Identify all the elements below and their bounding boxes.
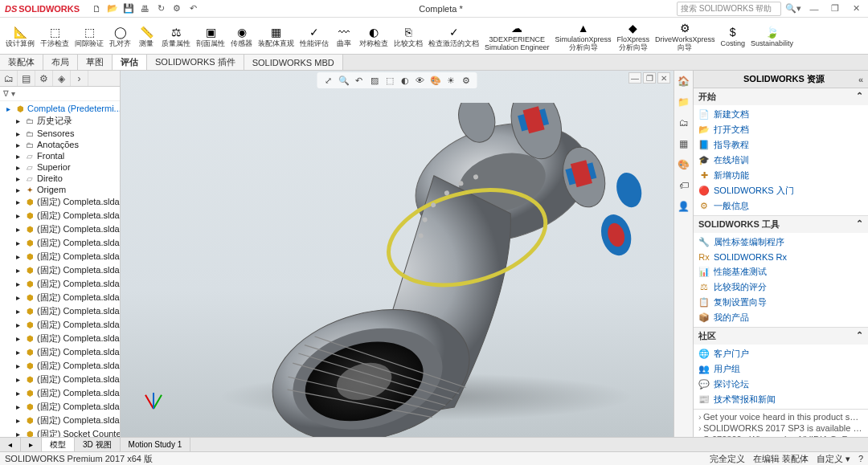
btab-Motion Study 1[interactable]: Motion Study 1 — [121, 438, 191, 451]
view-palette-tab-icon[interactable]: ▦ — [677, 137, 691, 151]
options-icon[interactable]: ⚙ — [171, 3, 182, 14]
vp-close-icon[interactable]: ✕ — [657, 72, 670, 84]
tab-装配体[interactable]: 装配体 — [0, 55, 43, 70]
tree-item[interactable]: ▸⬢(固定) Completa.sldasm — [2, 359, 118, 373]
help-search-input[interactable]: 搜索 SOLIDWORKS 帮助 — [677, 2, 781, 16]
tree-item[interactable]: ▸⬢(固定) Completa.sldasm — [2, 195, 118, 209]
section-SOLIDWORKS 工具[interactable]: SOLIDWORKS 工具⌃ — [694, 216, 868, 233]
tree-item[interactable]: ▸⬢(固定) Completa.sldasm — [2, 236, 118, 250]
tree-item[interactable]: ▸✦Origem — [2, 184, 118, 195]
ribbon-质量属性[interactable]: ⚖质量属性 — [159, 22, 193, 50]
task-item[interactable]: ✚新增功能 — [697, 168, 865, 183]
undo-icon[interactable]: ↶ — [187, 3, 199, 14]
tree-item[interactable]: ▸⬢(固定) Completa.sldasm — [2, 222, 118, 236]
tree-item[interactable]: ▸🗀Sensores — [2, 128, 118, 139]
ribbon-Costing[interactable]: $Costing — [718, 22, 747, 50]
task-item[interactable]: 🔴SOLIDWORKS 入门 — [697, 183, 865, 198]
task-item[interactable]: 📰技术警报和新闻 — [697, 392, 865, 407]
news-item[interactable]: SOLIDWORKS 2017 SP3 is available for dow… — [698, 422, 863, 434]
property-tab-icon[interactable]: ▤ — [18, 71, 35, 86]
restore-icon[interactable]: ❐ — [826, 2, 844, 16]
prev-tab-icon[interactable]: ◂ — [0, 438, 21, 451]
tab-SOLIDWORKS MBD[interactable]: SOLIDWORKS MBD — [244, 55, 343, 70]
task-item[interactable]: 📦我的产品 — [697, 310, 865, 325]
next-tab-icon[interactable]: ▸ — [21, 438, 42, 451]
task-item[interactable]: 📋复制设置向导 — [697, 295, 865, 310]
section-社区[interactable]: 社区⌃ — [694, 328, 868, 345]
tree-item[interactable]: ▸▱Frontal — [2, 150, 118, 161]
tree-item[interactable]: ▸⬢(固定) Completa.sldasm — [2, 277, 118, 291]
tree-item[interactable]: ▸⬢(固定) Completa.sldasm — [2, 209, 118, 222]
ribbon-间隙验证[interactable]: ⬚间隙验证 — [72, 22, 106, 50]
scene-icon[interactable]: ☀ — [444, 74, 457, 87]
pin-icon[interactable]: « — [858, 75, 863, 84]
feature-tree-tab-icon[interactable]: 🗂 — [0, 71, 18, 86]
ribbon-曲率[interactable]: 〰曲率 — [332, 22, 356, 50]
task-item[interactable]: RxSOLIDWORKS Rx — [697, 250, 865, 264]
tree-item[interactable]: ▸⬢(固定) Completa.sldasm — [2, 263, 118, 277]
save-icon[interactable]: 💾 — [123, 3, 134, 14]
help-icon[interactable]: 🔍▾ — [784, 2, 802, 16]
view-orient-icon[interactable]: ⬚ — [383, 74, 396, 87]
ribbon-测量[interactable]: 📏测量 — [134, 22, 158, 50]
task-item[interactable]: ⚖比较我的评分 — [697, 279, 865, 295]
close-icon[interactable]: ✕ — [847, 2, 865, 16]
tree-item[interactable]: ▸⬢(固定) Completa.sldasm — [2, 304, 118, 318]
view-settings-icon[interactable]: ⚙ — [460, 74, 473, 87]
zoom-area-icon[interactable]: 🔍 — [338, 74, 350, 87]
config-tab-icon[interactable]: ⚙ — [35, 71, 53, 86]
forum-tab-icon[interactable]: 👤 — [677, 199, 691, 214]
status-item[interactable]: 自定义 ▾ — [817, 453, 850, 465]
ribbon-检查激活的文档[interactable]: ✓检查激活的文档 — [426, 22, 481, 50]
tab-评估[interactable]: 评估 — [113, 55, 147, 70]
vp-restore-icon[interactable]: ❐ — [643, 72, 656, 84]
tree-item[interactable]: ▸⬢(固定) Completa.sldasm — [2, 250, 118, 263]
tree-item[interactable]: ▸▱Superior — [2, 161, 118, 173]
tree-item[interactable]: ▸▱Direito — [2, 173, 118, 184]
ribbon-性能评估[interactable]: ✓性能评估 — [297, 22, 331, 50]
ribbon-传感器[interactable]: ◉传感器 — [228, 22, 255, 50]
new-icon[interactable]: 🗋 — [91, 3, 102, 14]
custom-props-tab-icon[interactable]: 🏷 — [677, 178, 691, 193]
design-lib-tab-icon[interactable]: 📁 — [677, 95, 691, 109]
tree-item[interactable]: ▸⬢(固定) Completa.sldasm — [2, 345, 118, 359]
minimize-icon[interactable]: — — [805, 2, 823, 16]
tree-item[interactable]: ▸⬢(固定) Completa.sldasm — [2, 332, 118, 345]
ribbon-设计算例[interactable]: 📐设计算例 — [3, 22, 37, 50]
ribbon-Sustainability[interactable]: 🍃Sustainability — [748, 22, 796, 50]
ribbon-装配体直观[interactable]: ▦装配体直观 — [256, 22, 297, 50]
tab-布局[interactable]: 布局 — [43, 55, 78, 70]
btab-模型[interactable]: 模型 — [42, 438, 75, 451]
file-explorer-tab-icon[interactable]: 🗂 — [677, 116, 691, 130]
print-icon[interactable]: 🖶 — [139, 3, 150, 14]
task-item[interactable]: 📊性能基准测试 — [697, 264, 865, 279]
tree-item[interactable]: ▸⬢(固定) Socket Countersu... — [2, 427, 118, 437]
ribbon-比较文档[interactable]: ⎘比较文档 — [391, 22, 425, 50]
feature-tree[interactable]: ▸⬢Completa (Predetermi... ▸🗀历史记录▸🗀Sensor… — [0, 101, 120, 437]
ribbon-对称检查[interactable]: ◐对称检查 — [357, 22, 391, 50]
tree-item[interactable]: ▸⬢(固定) Completa.sldasm — [2, 373, 118, 386]
task-item[interactable]: 👥用户组 — [697, 361, 865, 377]
appearance-icon[interactable]: 🎨 — [429, 74, 442, 87]
tree-item[interactable]: ▸⬢(固定) Completa.sldasm — [2, 318, 118, 332]
status-item[interactable]: 在编辑 装配体 — [753, 453, 809, 465]
3d-viewport[interactable]: ⤢ 🔍 ↶ ▨ ⬚ ◐ 👁 🎨 ☀ ⚙ — ❐ ✕ — [121, 71, 674, 437]
tree-filter[interactable]: ∇ ▾ — [0, 87, 120, 101]
task-item[interactable]: 📄新建文档 — [697, 107, 865, 122]
tab-SOLIDWORKS 插件[interactable]: SOLIDWORKS 插件 — [147, 55, 244, 70]
section-开始[interactable]: 开始⌃ — [694, 88, 868, 105]
ribbon-孔对齐[interactable]: ◯孔对齐 — [107, 22, 133, 50]
status-item[interactable]: 完全定义 — [710, 453, 745, 465]
ribbon-剖面属性[interactable]: ▣剖面属性 — [194, 22, 227, 50]
task-item[interactable]: 🎓在线培训 — [697, 153, 865, 168]
tree-item[interactable]: ▸⬢(固定) Completa.sldasm — [2, 400, 118, 414]
open-icon[interactable]: 📂 — [107, 3, 118, 14]
task-item[interactable]: 📂打开文档 — [697, 122, 865, 137]
chevron-right-icon[interactable]: › — [71, 71, 88, 86]
tree-item[interactable]: ▸⬢(固定) Completa.sldasm — [2, 291, 118, 304]
task-item[interactable]: 🌐客户门户 — [697, 346, 865, 361]
hide-show-icon[interactable]: 👁 — [414, 74, 427, 87]
news-item[interactable]: Get your voice heard in this product sur… — [698, 411, 863, 422]
tree-item[interactable]: ▸⬢(固定) Completa.sldasm — [2, 414, 118, 427]
tree-root[interactable]: ▸⬢Completa (Predetermi... — [2, 103, 118, 114]
